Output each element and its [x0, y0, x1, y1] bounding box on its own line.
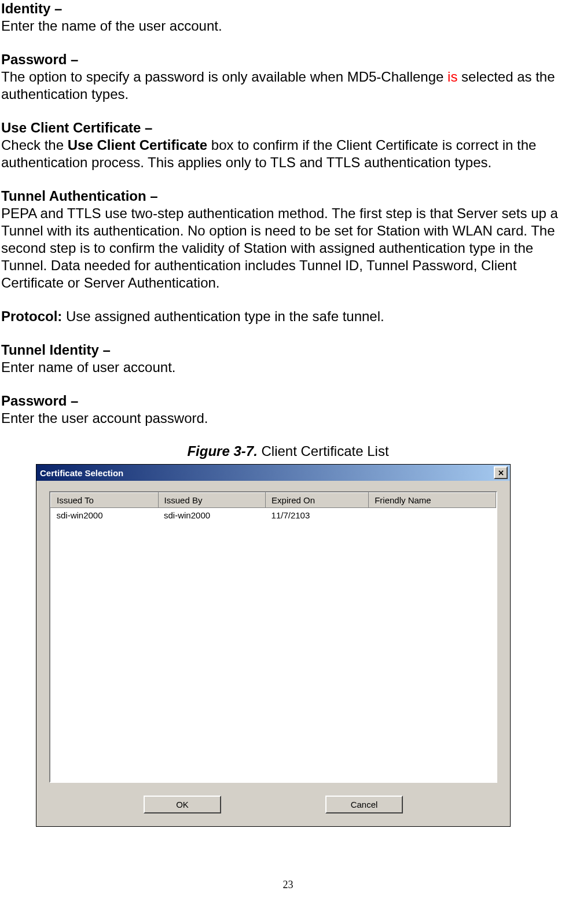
- useclient-heading: Use Client Certificate –: [1, 120, 152, 135]
- cell-friendly-name: [369, 508, 496, 523]
- cell-expired-on: 11/7/2103: [266, 508, 369, 523]
- password1-body-pre: The option to specify a password is only…: [1, 69, 447, 84]
- column-header-expired-on[interactable]: Expired On: [266, 493, 369, 508]
- password2-heading: Password –: [1, 393, 78, 408]
- table-row[interactable]: sdi-win2000 sdi-win2000 11/7/2103: [51, 508, 496, 523]
- password1-heading: Password –: [1, 51, 78, 67]
- cell-issued-to: sdi-win2000: [51, 508, 159, 523]
- password2-body: Enter the user account password.: [1, 410, 208, 426]
- protocol-label: Protocol:: [1, 308, 62, 324]
- protocol-body: Use assigned authentication type in the …: [62, 308, 384, 324]
- certificate-listview[interactable]: Issued To Issued By Expired On Friendly …: [49, 491, 497, 783]
- identity-heading: Identity –: [1, 1, 62, 16]
- figure-number: Figure 3-7.: [187, 443, 257, 459]
- cell-issued-by: sdi-win2000: [158, 508, 266, 523]
- tunnelauth-heading: Tunnel Authentication –: [1, 188, 158, 204]
- password1-red: is: [447, 69, 457, 84]
- identity-body: Enter the name of the user account.: [1, 18, 222, 34]
- column-header-friendly-name[interactable]: Friendly Name: [369, 493, 496, 508]
- column-header-issued-to[interactable]: Issued To: [51, 493, 159, 508]
- column-header-issued-by[interactable]: Issued By: [158, 493, 266, 508]
- close-icon[interactable]: ✕: [494, 466, 508, 479]
- useclient-bold: Use Client Certificate: [68, 137, 207, 153]
- tunnelid-body: Enter name of user account.: [1, 359, 176, 375]
- ok-button[interactable]: OK: [144, 796, 221, 813]
- page-number: 23: [1, 879, 575, 891]
- tunnelid-heading: Tunnel Identity –: [1, 342, 111, 358]
- tunnelauth-body: PEPA and TTLS use two-step authenticatio…: [1, 205, 558, 290]
- figure-title: Client Certificate List: [258, 443, 389, 459]
- cancel-button[interactable]: Cancel: [325, 796, 403, 813]
- dialog-title: Certificate Selection: [40, 468, 123, 478]
- certificate-selection-dialog: Certificate Selection ✕ Issued To Issued…: [36, 464, 511, 827]
- dialog-titlebar: Certificate Selection ✕: [36, 465, 510, 481]
- useclient-body-pre: Check the: [1, 137, 68, 153]
